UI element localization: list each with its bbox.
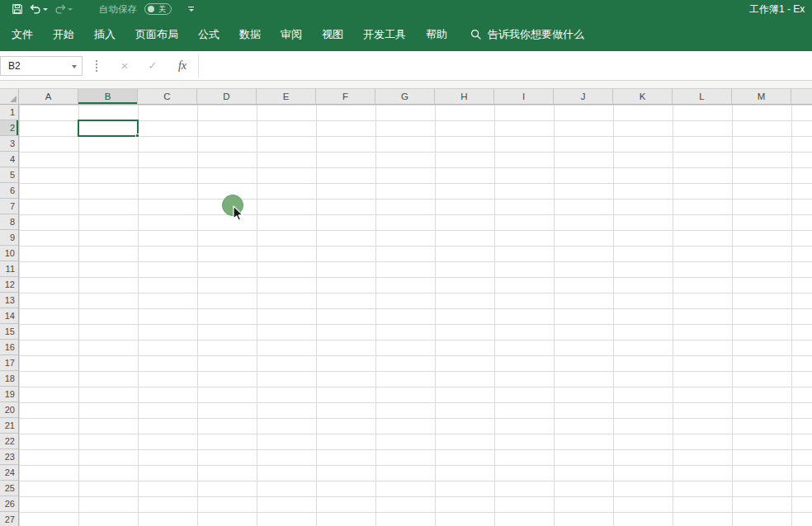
formula-sheet-separator	[0, 81, 812, 89]
redo-dropdown-icon[interactable]	[68, 8, 73, 11]
column-header-C[interactable]: C	[138, 89, 197, 104]
row-header-19[interactable]: 19	[0, 387, 18, 402]
select-all-button[interactable]	[0, 89, 19, 105]
autosave-label: 自动保存	[99, 3, 137, 16]
row-header-14[interactable]: 14	[0, 308, 18, 324]
tab-review[interactable]: 审阅	[271, 18, 312, 51]
autosave-state: 关	[158, 4, 166, 14]
tab-formulas[interactable]: 公式	[188, 18, 229, 51]
insert-function-button[interactable]: fx	[170, 56, 195, 76]
row-header-15[interactable]: 15	[0, 324, 18, 340]
row-headers: 1234567891011121314151617181920212223242…	[0, 105, 19, 526]
column-header-A[interactable]: A	[19, 89, 78, 104]
row-header-3[interactable]: 3	[0, 136, 18, 152]
ribbon-tabs: 文件开始插入页面布局公式数据审阅视图开发工具帮助	[0, 18, 457, 51]
tell-me-search[interactable]: 告诉我你想要做什么	[470, 27, 584, 42]
column-header-H[interactable]: H	[435, 89, 494, 104]
tab-insert[interactable]: 插入	[84, 18, 125, 51]
row-header-25[interactable]: 25	[0, 481, 18, 496]
row-header-5[interactable]: 5	[0, 167, 18, 183]
name-box-value: B2	[8, 60, 21, 72]
row-header-13[interactable]: 13	[0, 293, 18, 308]
formula-input[interactable]	[199, 56, 812, 76]
undo-icon	[30, 4, 41, 14]
row-header-11[interactable]: 11	[0, 261, 18, 277]
grid-cells[interactable]	[19, 105, 812, 526]
row-header-12[interactable]: 12	[0, 277, 18, 293]
row-header-22[interactable]: 22	[0, 434, 18, 449]
autosave-toggle[interactable]: 关	[144, 3, 172, 15]
row-header-21[interactable]: 21	[0, 418, 18, 434]
customize-quick-access-toolbar-button[interactable]	[188, 7, 194, 12]
column-header-M[interactable]: M	[732, 89, 791, 104]
tab-file[interactable]: 文件	[2, 18, 43, 51]
row-header-23[interactable]: 23	[0, 449, 18, 465]
row-header-2[interactable]: 2	[0, 120, 18, 136]
formula-bar-grip[interactable]	[96, 60, 97, 62]
search-label: 告诉我你想要做什么	[488, 27, 584, 42]
name-box-chevron-down-icon[interactable]	[72, 65, 77, 68]
row-header-6[interactable]: 6	[0, 183, 18, 199]
formula-bar: B2 × ✓ fx	[0, 51, 812, 81]
column-headers: ABCDEFGHIJKLM	[19, 89, 812, 105]
column-header-E[interactable]: E	[257, 89, 316, 104]
column-header-I[interactable]: I	[494, 89, 554, 104]
mouse-cursor	[232, 205, 244, 223]
search-icon	[470, 29, 482, 40]
row-header-20[interactable]: 20	[0, 402, 18, 418]
fill-handle[interactable]	[135, 134, 139, 138]
row-header-8[interactable]: 8	[0, 214, 18, 230]
chevron-down-icon	[189, 9, 194, 12]
tab-help[interactable]: 帮助	[416, 18, 457, 51]
column-header-G[interactable]: G	[375, 89, 435, 104]
tab-home[interactable]: 开始	[43, 18, 84, 51]
redo-icon	[54, 4, 66, 14]
name-box[interactable]: B2	[0, 56, 83, 76]
tab-data[interactable]: 数据	[229, 18, 271, 51]
undo-button[interactable]	[26, 0, 51, 18]
spreadsheet: ABCDEFGHIJKLM 12345678910111213141516171…	[0, 89, 812, 526]
column-header-D[interactable]: D	[197, 89, 257, 104]
row-header-1[interactable]: 1	[0, 105, 18, 120]
column-header-K[interactable]: K	[613, 89, 673, 104]
select-all-triangle-icon	[10, 96, 17, 102]
save-icon	[12, 3, 23, 15]
row-header-24[interactable]: 24	[0, 465, 18, 481]
row-header-26[interactable]: 26	[0, 496, 18, 512]
save-button[interactable]	[8, 0, 26, 18]
row-header-17[interactable]: 17	[0, 355, 18, 371]
row-header-9[interactable]: 9	[0, 230, 18, 246]
row-header-18[interactable]: 18	[0, 371, 18, 387]
row-header-7[interactable]: 7	[0, 199, 18, 214]
row-header-10[interactable]: 10	[0, 246, 18, 261]
row-header-27[interactable]: 27	[0, 512, 18, 526]
tab-page-layout[interactable]: 页面布局	[125, 18, 188, 51]
row-header-4[interactable]: 4	[0, 152, 18, 167]
enter-button[interactable]: ✓	[142, 56, 163, 76]
column-header-J[interactable]: J	[554, 89, 613, 104]
column-header-B[interactable]: B	[78, 89, 138, 104]
customize-bar-icon	[188, 7, 194, 8]
toggle-knob-icon	[148, 6, 154, 12]
cancel-button[interactable]: ×	[114, 56, 135, 76]
tab-developer[interactable]: 开发工具	[353, 18, 416, 51]
column-header-F[interactable]: F	[316, 89, 375, 104]
undo-dropdown-icon[interactable]	[43, 8, 48, 11]
column-header-L[interactable]: L	[673, 89, 732, 104]
title-bar: 自动保存 关 工作簿1 - Ex	[0, 0, 812, 18]
active-cell-border	[78, 120, 139, 137]
tab-view[interactable]: 视图	[312, 18, 353, 51]
ribbon-tab-strip: 文件开始插入页面布局公式数据审阅视图开发工具帮助 告诉我你想要做什么	[0, 18, 812, 51]
redo-button[interactable]	[51, 0, 76, 18]
quick-access-toolbar: 自动保存 关	[0, 0, 194, 18]
excel-window: 自动保存 关 工作簿1 - Ex 文件开始插入页面布局公式数据审阅视图开发工具帮…	[0, 0, 812, 526]
document-title: 工作簿1 - Ex	[749, 0, 805, 18]
row-header-16[interactable]: 16	[0, 340, 18, 355]
